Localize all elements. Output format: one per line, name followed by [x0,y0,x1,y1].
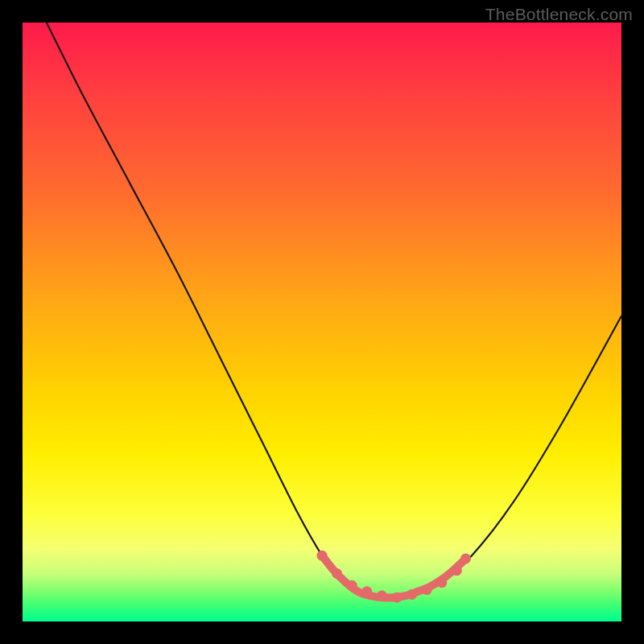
watermark-text: TheBottleneck.com [485,5,633,24]
trough-dot [452,565,462,576]
trough-dot [347,580,357,591]
chart-canvas: TheBottleneck.com [0,0,644,644]
trough-dot [361,586,372,597]
trough-dot [377,591,387,601]
trough-dot [436,577,447,588]
trough-dot [332,568,342,579]
plot-area [23,23,621,621]
trough-dot [317,551,328,561]
chart-svg [23,23,621,621]
trough-dot [460,553,471,564]
trough-dot [392,592,402,603]
trough-accent [322,555,466,597]
bottleneck-curve [47,23,621,598]
trough-dot [422,584,432,595]
trough-dot [407,589,417,600]
